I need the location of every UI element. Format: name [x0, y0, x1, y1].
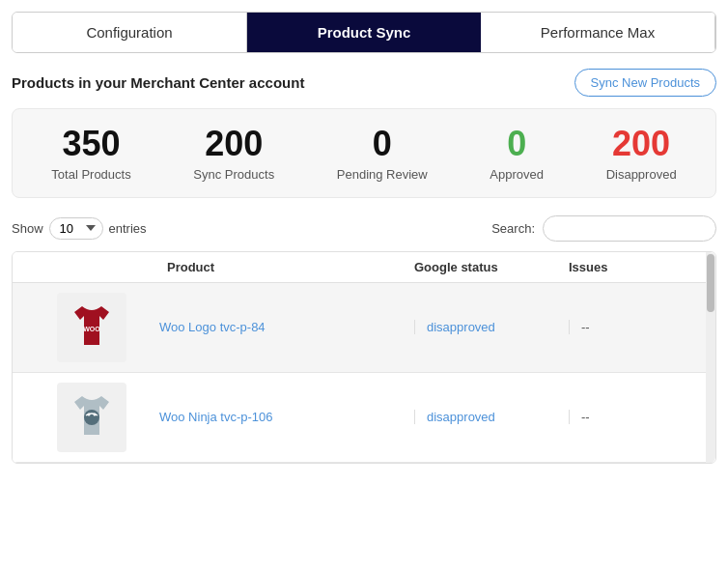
header-row: Products in your Merchant Center account…	[12, 69, 716, 97]
svg-text:WOO: WOO	[83, 326, 100, 332]
sync-products-label: Sync Products	[193, 167, 274, 182]
pending-review-label: Pending Review	[337, 167, 428, 182]
approved-label: Approved	[490, 167, 544, 182]
search-input[interactable]	[543, 215, 716, 242]
col-header-product: Product	[159, 260, 414, 274]
stat-pending-review: 0 Pending Review	[337, 125, 428, 182]
sync-products-number: 200	[193, 125, 274, 163]
product-image-blue-tshirt	[57, 383, 126, 452]
approved-number: 0	[490, 125, 544, 163]
product-image-red-tshirt: WOO	[57, 293, 126, 362]
show-entries-group: Show 10 25 50 100 entries	[12, 217, 147, 240]
product-image-cell: WOO	[24, 293, 159, 362]
stat-approved: 0 Approved	[490, 125, 544, 182]
col-header-issues: Issues	[569, 260, 685, 274]
product-image-cell	[24, 383, 159, 452]
search-label: Search:	[491, 221, 535, 236]
entries-label: entries	[109, 221, 147, 236]
search-group: Search:	[491, 215, 716, 242]
stat-disapproved: 200 Disapproved	[606, 125, 677, 182]
svg-point-3	[84, 410, 99, 425]
products-table: Product Google status Issues WOO Woo Log…	[12, 251, 716, 464]
tab-configuration[interactable]: Configuration	[13, 13, 247, 52]
product-name[interactable]: Woo Logo tvc-p-84	[159, 320, 414, 334]
issues: --	[569, 320, 685, 334]
disapproved-label: Disapproved	[606, 167, 677, 182]
google-status: disapproved	[414, 410, 569, 424]
tab-performance-max[interactable]: Performance Max	[481, 13, 715, 52]
product-name[interactable]: Woo Ninja tvc-p-106	[159, 410, 414, 424]
controls-row: Show 10 25 50 100 entries Search:	[12, 215, 716, 242]
tab-bar: Configuration Product Sync Performance M…	[12, 12, 716, 53]
stat-sync-products: 200 Sync Products	[193, 125, 274, 182]
google-status: disapproved	[414, 320, 569, 334]
show-label: Show	[12, 221, 43, 236]
stat-total-products: 350 Total Products	[51, 125, 130, 182]
scrollbar-track[interactable]	[706, 252, 715, 463]
total-products-label: Total Products	[51, 167, 130, 182]
table-header: Product Google status Issues	[13, 252, 715, 283]
table-row: WOO Woo Logo tvc-p-84 disapproved --	[13, 283, 715, 373]
col-header-google-status: Google status	[414, 260, 569, 274]
entries-select[interactable]: 10 25 50 100	[49, 217, 103, 240]
main-container: Configuration Product Sync Performance M…	[0, 0, 728, 571]
tab-product-sync[interactable]: Product Sync	[247, 13, 481, 52]
total-products-number: 350	[51, 125, 130, 163]
stats-card: 350 Total Products 200 Sync Products 0 P…	[12, 108, 716, 198]
pending-review-number: 0	[337, 125, 428, 163]
svg-point-5	[94, 413, 97, 415]
scrollbar-thumb[interactable]	[707, 254, 714, 312]
issues: --	[569, 410, 685, 424]
col-header-img	[24, 260, 159, 274]
col-header-extra	[685, 260, 704, 274]
page-title: Products in your Merchant Center account	[12, 74, 304, 91]
disapproved-number: 200	[606, 125, 677, 163]
svg-point-4	[88, 413, 91, 415]
table-row: Woo Ninja tvc-p-106 disapproved --	[13, 373, 715, 463]
sync-new-products-button[interactable]: Sync New Products	[574, 69, 716, 97]
